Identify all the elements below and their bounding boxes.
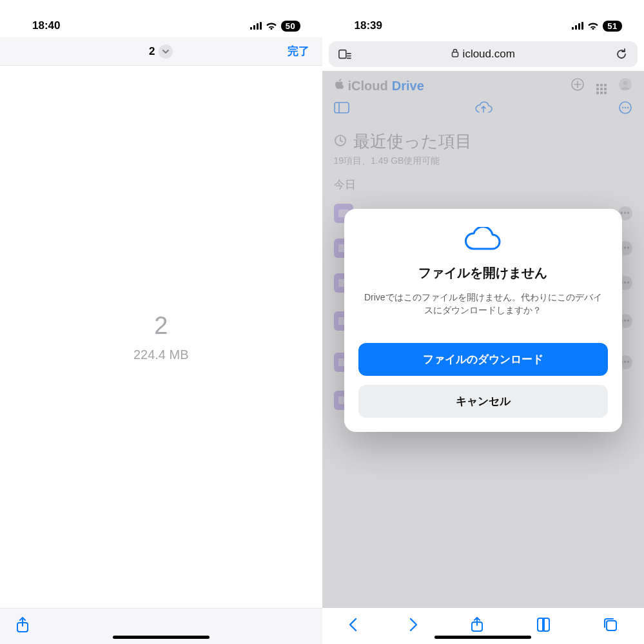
modal-body: Driveではこのファイルを開けません。代わりにこのデバイスにダウンロードします… bbox=[358, 291, 609, 317]
chevron-down-icon[interactable] bbox=[159, 44, 173, 59]
status-bar: 18:39 51 bbox=[322, 0, 645, 37]
safari-content: iCloud Drive bbox=[322, 71, 645, 608]
safari-address-bar[interactable]: icloud.com bbox=[329, 41, 638, 67]
modal-title: ファイルを開けません bbox=[358, 264, 609, 282]
bookmarks-icon[interactable] bbox=[536, 618, 551, 634]
cellular-icon bbox=[250, 22, 262, 30]
cannot-open-file-modal: ファイルを開けません Driveではこのファイルを開けません。代わりにこのデバイ… bbox=[344, 209, 623, 432]
svg-rect-1 bbox=[338, 50, 346, 59]
back-icon[interactable] bbox=[348, 618, 357, 634]
file-name: 2 bbox=[154, 312, 168, 340]
wifi-icon bbox=[266, 22, 277, 30]
status-bar: 18:40 50 bbox=[0, 0, 322, 37]
download-file-button[interactable]: ファイルのダウンロード bbox=[358, 343, 609, 376]
address-domain: icloud.com bbox=[463, 48, 515, 61]
left-screenshot: 18:40 50 2 完了 2 224.4 MB bbox=[0, 0, 322, 644]
file-size: 224.4 MB bbox=[133, 347, 189, 362]
tabs-icon[interactable] bbox=[603, 618, 618, 634]
share-icon[interactable] bbox=[15, 617, 30, 636]
status-right: 50 bbox=[250, 21, 300, 32]
safari-address-wrap: icloud.com bbox=[322, 37, 645, 71]
status-time: 18:39 bbox=[355, 19, 382, 32]
file-preview-navbar: 2 完了 bbox=[0, 37, 322, 66]
forward-icon[interactable] bbox=[409, 618, 418, 634]
svg-rect-19 bbox=[607, 621, 616, 630]
reload-icon[interactable] bbox=[613, 48, 630, 61]
right-screenshot: 18:39 51 icloud.com bbox=[322, 0, 645, 644]
cellular-icon bbox=[572, 22, 583, 30]
lock-icon bbox=[451, 48, 459, 61]
page-menu-icon[interactable] bbox=[337, 49, 353, 59]
file-preview-body: 2 224.4 MB bbox=[0, 66, 322, 608]
share-icon[interactable] bbox=[471, 617, 483, 635]
status-time: 18:40 bbox=[32, 19, 60, 32]
done-button[interactable]: 完了 bbox=[288, 44, 309, 59]
wifi-icon bbox=[587, 22, 599, 30]
home-indicator[interactable] bbox=[113, 636, 210, 639]
battery-badge: 51 bbox=[603, 21, 622, 32]
address-center[interactable]: icloud.com bbox=[360, 48, 607, 61]
cloud-icon bbox=[358, 227, 609, 253]
status-right: 51 bbox=[572, 21, 622, 32]
cancel-button[interactable]: キャンセル bbox=[358, 385, 609, 418]
battery-badge: 50 bbox=[281, 21, 300, 32]
home-indicator[interactable] bbox=[434, 636, 531, 639]
nav-title[interactable]: 2 bbox=[149, 44, 173, 59]
svg-rect-2 bbox=[452, 52, 458, 57]
nav-title-text: 2 bbox=[149, 45, 155, 58]
